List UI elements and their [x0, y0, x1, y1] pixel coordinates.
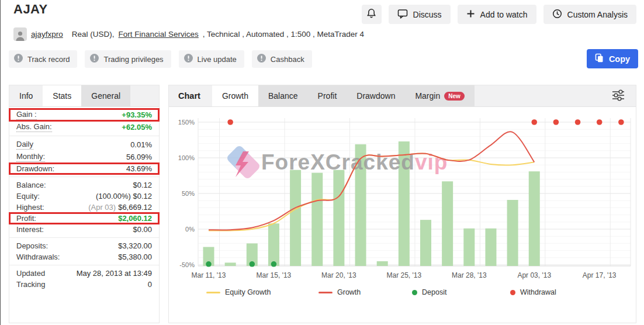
tab-drawdown[interactable]: Drawdown — [347, 85, 405, 106]
chart-settings-button[interactable] — [609, 87, 628, 105]
page-title: AJAY — [13, 2, 48, 17]
withdrawal-dot — [597, 119, 603, 125]
badge-label: Live update — [198, 55, 237, 64]
discuss-label: Discuss — [413, 10, 442, 19]
stat-value-text: 0 — [148, 280, 152, 289]
username-link[interactable]: ajayfxpro — [31, 30, 63, 39]
notifications-button[interactable] — [362, 5, 382, 24]
bar — [311, 173, 323, 266]
stat-value-text: $6,669.12 — [118, 203, 152, 212]
badge-cashback[interactable]: Cashback — [252, 50, 312, 68]
stats-rows: Gain :+93.35%Abs. Gain:+62.05%Daily0.01%… — [9, 107, 159, 290]
stat-value-text: (100.00%) $0.12 — [96, 192, 152, 200]
stat-row: Highest:(Apr 03)$6,669.12 — [9, 202, 159, 213]
broker-link[interactable]: Fort Financial Services — [119, 30, 199, 39]
stat-label: Highest: — [16, 203, 44, 212]
stat-label: Monthly: — [16, 152, 45, 162]
legend-label: Withdrawal — [520, 288, 556, 296]
tab-stats[interactable]: Stats — [43, 85, 81, 106]
legend-item-growth[interactable]: Growth — [318, 288, 361, 296]
badge-row: Track recordTrading privilegesLive updat… — [9, 50, 312, 68]
copy-label: Copy — [609, 54, 630, 64]
legend-label: Deposit — [422, 288, 446, 296]
tab-label: Margin — [415, 91, 440, 101]
chart-tabstrip: Chart GrowthBalanceProfitDrawdownMarginN… — [169, 85, 636, 107]
stat-row: Withdrawals:$5,380.00 — [9, 251, 159, 262]
stat-row: Tracking0 — [9, 279, 159, 290]
svg-text:0%: 0% — [185, 226, 195, 233]
badge-trading-privileges[interactable]: Trading privileges — [85, 50, 171, 68]
bar — [463, 229, 475, 266]
stat-value: $0.12 — [133, 181, 152, 189]
svg-text:Mar 28, '13: Mar 28, '13 — [452, 271, 487, 279]
bar — [333, 170, 344, 266]
tab-growth[interactable]: Growth — [212, 85, 258, 106]
sliders-icon — [611, 94, 625, 103]
deposit-dot — [250, 261, 255, 267]
stat-value: 0.01% — [130, 140, 152, 149]
bar — [377, 261, 388, 266]
discuss-icon — [397, 9, 408, 20]
stat-value: 43.69% — [126, 164, 152, 173]
badge-label: Track record — [27, 55, 70, 64]
stat-row: Deposits:$3,320.00 — [9, 240, 159, 251]
stat-value-text: 56.09% — [126, 153, 152, 161]
tab-label: General — [91, 91, 120, 101]
withdrawal-dot — [618, 119, 624, 125]
tab-label: Profit — [318, 91, 337, 101]
badge-live-update[interactable]: Live update — [179, 50, 244, 68]
legend-item-equity-growth[interactable]: Equity Growth — [206, 288, 271, 296]
copy-button[interactable]: Copy — [587, 49, 638, 68]
tab-balance[interactable]: Balance — [258, 85, 308, 106]
deposit-dot — [271, 261, 277, 267]
svg-text:100%: 100% — [178, 154, 195, 161]
chart-tabs: GrowthBalanceProfitDrawdownMarginNew — [212, 85, 475, 106]
stat-label: Daily — [16, 140, 33, 150]
stat-value-text: $0.00 — [133, 225, 152, 234]
tab-label: Drawdown — [356, 91, 395, 101]
legend-item-deposit[interactable]: Deposit — [412, 288, 446, 296]
custom-analysis-label: Custom Analysis — [567, 10, 628, 19]
stat-value-text: $3,320.00 — [118, 241, 152, 250]
add-to-watch-button[interactable]: Add to watch — [458, 5, 536, 24]
row-divider — [9, 136, 159, 136]
bar — [507, 200, 518, 266]
stat-value-text: +62.05% — [122, 123, 152, 132]
growth-line — [209, 132, 534, 230]
stat-value-text: 0.01% — [130, 140, 152, 149]
header-actions: Discuss Add to watch Custom Analysis — [362, 5, 636, 24]
tab-margin[interactable]: MarginNew — [405, 85, 474, 106]
stat-row: Balance:$0.12 — [9, 179, 159, 191]
svg-text:-50%: -50% — [179, 261, 195, 268]
badge-track-record[interactable]: Track record — [9, 50, 77, 68]
svg-text:Mar 15, '13: Mar 15, '13 — [257, 271, 292, 279]
legend-dot-swatch — [412, 290, 417, 295]
legend-item-withdrawal[interactable]: Withdrawal — [510, 288, 556, 296]
grid-layer — [198, 118, 631, 266]
growth-chart: ForeXCrackedvip150%100%50%0%-50%Mar 11, … — [169, 107, 636, 282]
stat-value: May 28, 2013 at 13:49 — [77, 269, 152, 278]
discuss-button[interactable]: Discuss — [389, 5, 451, 24]
tab-general[interactable]: General — [81, 85, 130, 106]
stat-row: UpdatedMay 28, 2013 at 13:49 — [9, 268, 159, 279]
stat-value-text: $0.12 — [133, 181, 152, 189]
custom-analysis-button[interactable]: Custom Analysis — [543, 5, 636, 24]
stat-row: Interest:$0.00 — [9, 224, 159, 235]
stat-label: Equity: — [16, 192, 40, 200]
legend-line-swatch — [206, 292, 220, 293]
stats-panel: InfoStatsGeneral Gain :+93.35%Abs. Gain:… — [9, 85, 160, 323]
stat-value-text: $5,380.00 — [118, 253, 152, 261]
withdrawal-dot — [531, 119, 537, 125]
stat-value-text: +93.35% — [122, 110, 152, 119]
tab-profit[interactable]: Profit — [308, 85, 347, 106]
warning-icon — [14, 54, 23, 64]
stat-value: +93.35% — [122, 110, 152, 119]
stat-value: $3,320.00 — [118, 241, 152, 250]
add-to-watch-label: Add to watch — [480, 10, 528, 19]
avatar — [13, 27, 27, 41]
warning-icon — [184, 54, 193, 64]
stat-value-text: $2,060.12 — [118, 214, 152, 223]
tab-info[interactable]: Info — [9, 85, 43, 106]
stat-row: Gain :+93.35% — [9, 109, 159, 121]
x-axis-labels: Mar 11, '13Mar 15, '13Mar 20, '13Mar 25,… — [192, 271, 617, 279]
